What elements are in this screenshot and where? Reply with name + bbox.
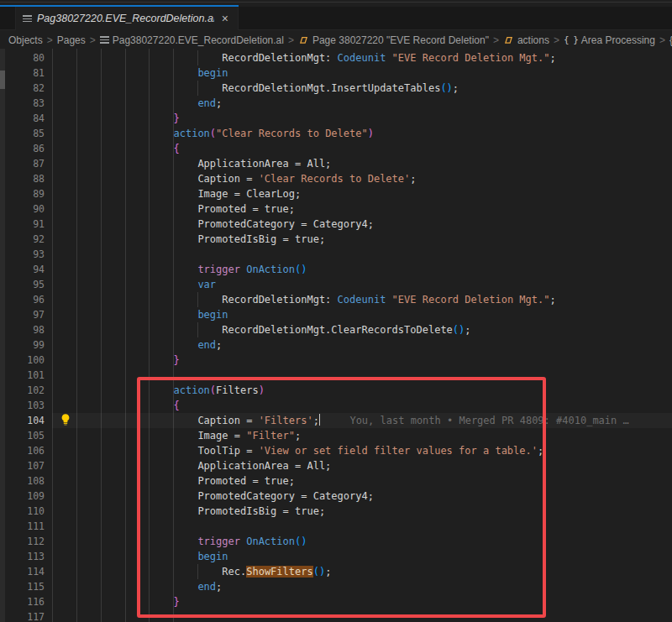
breadcrumb-item[interactable]: Pag38027220.EVE_RecordDeletion.al [100, 34, 284, 46]
line-number[interactable]: 99 [0, 337, 52, 353]
code-line[interactable]: 114 Rec.ShowFilters(); [0, 564, 672, 579]
code-line[interactable]: 102 action(Filters) [0, 383, 672, 398]
code-line[interactable]: 81 begin [0, 65, 672, 81]
line-number[interactable]: 102 [0, 383, 52, 398]
line-number[interactable]: 113 [0, 549, 52, 564]
code-line-text: end; [52, 579, 672, 594]
line-number[interactable]: 83 [0, 96, 52, 111]
line-number[interactable]: 86 [0, 141, 52, 156]
code-line[interactable]: 80 RecordDeletionMgt: Codeunit "EVE Reco… [0, 50, 672, 65]
line-number[interactable]: 90 [0, 201, 52, 217]
line-number[interactable]: 93 [0, 247, 52, 262]
code-token: ToolTip = [197, 445, 258, 457]
code-line[interactable]: 96 RecordDeletionMgt: Codeunit "EVE Reco… [0, 292, 672, 307]
code-line[interactable]: 98 RecordDeletionMgt.ClearRecordsToDelet… [0, 322, 672, 337]
line-number[interactable]: 97 [0, 307, 52, 322]
code-line-text: ToolTip = 'View or set field filter valu… [52, 443, 672, 458]
line-number[interactable]: 115 [0, 579, 52, 594]
code-line[interactable]: 92 PromotedIsBig = true; [0, 232, 672, 247]
code-token [52, 52, 222, 64]
code-line[interactable]: 110 PromotedIsBig = true; [0, 504, 672, 519]
line-number[interactable]: 105 [0, 428, 52, 443]
line-number[interactable]: 107 [0, 458, 52, 473]
line-number[interactable]: 109 [0, 489, 52, 504]
line-number[interactable]: 87 [0, 156, 52, 171]
line-number[interactable]: 100 [0, 353, 52, 368]
line-number[interactable]: 110 [0, 504, 52, 519]
line-number[interactable]: 88 [0, 171, 52, 186]
code-line[interactable]: 84 } [0, 111, 672, 126]
code-line[interactable]: 101 [0, 368, 672, 383]
code-token: action [174, 128, 210, 139]
line-number[interactable]: 103 [0, 398, 52, 413]
line-number[interactable]: 91 [0, 217, 52, 232]
line-number[interactable]: 114 [0, 564, 52, 579]
code-line[interactable]: 90 Promoted = true; [0, 201, 672, 217]
code-line[interactable]: 107 ApplicationArea = All; [0, 458, 672, 473]
line-number[interactable]: 89 [0, 186, 52, 201]
tab-record-deletion-file[interactable]: Pag38027220.EVE_RecordDeletion.al × [15, 7, 239, 30]
code-line[interactable]: 104 Caption = 'Filters';You, last month … [0, 413, 672, 428]
code-token: ; [410, 173, 416, 185]
code-token: "EVE Record Deletion Mgt." [392, 294, 550, 306]
line-number[interactable]: 80 [0, 50, 52, 65]
line-number[interactable]: 108 [0, 473, 52, 489]
code-line[interactable]: 94 trigger OnAction() [0, 262, 672, 277]
code-line[interactable]: 109 PromotedCategory = Category4; [0, 489, 672, 504]
code-line[interactable]: 113 begin [0, 549, 672, 564]
code-line[interactable]: 85 action("Clear Records to Delete") [0, 126, 672, 141]
line-number[interactable]: 106 [0, 443, 52, 458]
code-editor[interactable]: 80 RecordDeletionMgt: Codeunit "EVE Reco… [0, 49, 672, 622]
line-number[interactable]: 94 [0, 262, 52, 277]
code-line[interactable]: 115 end; [0, 579, 672, 594]
code-token [52, 400, 174, 411]
breadcrumb-item[interactable]: Objects [8, 34, 43, 46]
line-number[interactable]: 96 [0, 292, 52, 307]
code-line[interactable]: 116 } [0, 594, 672, 609]
code-line[interactable]: 111 [0, 519, 672, 534]
code-token: RecordDeletionMgt: [222, 52, 337, 64]
line-number[interactable]: 92 [0, 232, 52, 247]
code-line[interactable]: 93 [0, 247, 672, 262]
code-token: ; [549, 294, 555, 306]
code-line[interactable]: 106 ToolTip = 'View or set field filter … [0, 443, 672, 458]
breadcrumb-item[interactable]: Pages [57, 34, 86, 46]
code-token: end [197, 581, 216, 593]
breadcrumb-item[interactable]: actions [503, 34, 549, 46]
breadcrumb-item[interactable]: Page 38027220 "EVE Record Deletion" [298, 34, 489, 46]
line-number[interactable]: 82 [0, 81, 52, 96]
line-number[interactable]: 111 [0, 519, 52, 534]
code-token: Filters [216, 384, 259, 396]
breadcrumb-item[interactable]: { }Area Processing [564, 34, 655, 46]
close-icon[interactable]: × [219, 12, 231, 25]
line-number[interactable]: 117 [0, 609, 52, 622]
code-line[interactable]: 88 Caption = 'Clear Records to Delete'; [0, 171, 672, 186]
code-line[interactable]: 89 Image = ClearLog; [0, 186, 672, 201]
line-number[interactable]: 116 [0, 594, 52, 609]
line-number[interactable]: 95 [0, 277, 52, 292]
line-number[interactable]: 112 [0, 534, 52, 549]
line-number[interactable]: 101 [0, 368, 52, 383]
code-line[interactable]: 83 end; [0, 96, 672, 111]
line-number[interactable]: 84 [0, 111, 52, 126]
code-line[interactable]: 86 { [0, 141, 672, 156]
line-number[interactable]: 85 [0, 126, 52, 141]
line-number[interactable]: 104 [0, 413, 52, 428]
code-line[interactable]: 112 trigger OnAction() [0, 534, 672, 549]
quick-fix-lightbulb-icon[interactable] [59, 413, 72, 426]
code-line[interactable]: 97 begin [0, 307, 672, 322]
line-number[interactable]: 98 [0, 322, 52, 337]
code-line[interactable]: 91 PromotedCategory = Category4; [0, 217, 672, 232]
code-token: ; [216, 339, 222, 351]
code-line[interactable]: 117 [0, 609, 672, 622]
code-line[interactable]: 82 RecordDeletionMgt.InsertUpdateTables(… [0, 81, 672, 96]
code-line[interactable]: 105 Image = "Filter"; [0, 428, 672, 443]
code-line[interactable]: 87 ApplicationArea = All; [0, 156, 672, 171]
code-line[interactable]: 99 end; [0, 337, 672, 353]
code-line-text: } [52, 594, 672, 609]
code-line[interactable]: 103 { [0, 398, 672, 413]
code-line[interactable]: 100 } [0, 353, 672, 368]
line-number[interactable]: 81 [0, 65, 52, 81]
code-line[interactable]: 95 var [0, 277, 672, 292]
code-line[interactable]: 108 Promoted = true; [0, 473, 672, 489]
